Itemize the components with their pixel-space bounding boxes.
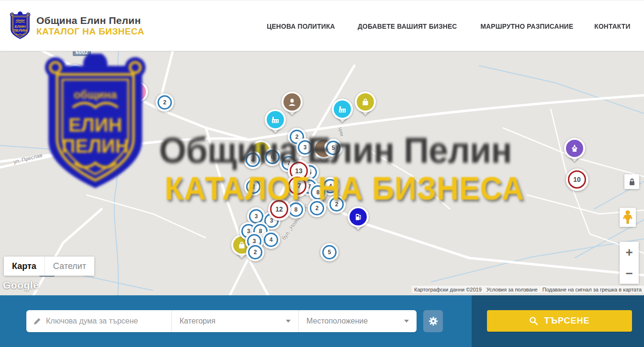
crest-name2-text: ПЕЛИН xyxy=(13,28,27,33)
cluster-count: 5 xyxy=(326,141,340,155)
map-pin-worker-marker[interactable] xyxy=(282,91,303,112)
zoom-control: + − xyxy=(620,242,639,284)
cluster-count: 2 xyxy=(158,95,172,110)
map-cluster-marker[interactable]: 2 xyxy=(246,243,264,261)
pencil-icon xyxy=(33,317,41,325)
fullscreen-lock-button[interactable] xyxy=(624,174,639,189)
municipality-crest-icon: община ЕЛИН ПЕЛИН xyxy=(10,11,31,40)
cluster-count: 8 xyxy=(289,202,303,217)
worker-icon xyxy=(288,98,296,106)
cluster-count: 6 xyxy=(265,150,280,164)
search-button[interactable]: ТЪРСЕНЕ xyxy=(487,310,632,332)
pin-circle xyxy=(348,206,369,227)
cluster-count: 5 xyxy=(322,245,337,259)
map-cluster-marker[interactable]: 2 xyxy=(328,195,346,213)
map-pin-factory-marker[interactable] xyxy=(332,99,353,120)
main-nav: ЦЕНОВА ПОЛИТИКА ДОБАВЕТЕ ВАШИЯТ БИЗНЕС М… xyxy=(264,0,632,52)
cluster-count: 4 xyxy=(264,233,278,247)
cluster-count: 10 xyxy=(568,170,586,189)
factory-icon xyxy=(271,115,280,124)
map-cluster-marker[interactable]: 2 xyxy=(82,78,100,96)
map-cluster-marker[interactable]: 2 xyxy=(244,178,262,196)
pin-circle xyxy=(564,138,585,159)
keyword-field[interactable] xyxy=(26,310,171,332)
pin-circle xyxy=(65,64,86,85)
crest-name1-text: ЕЛИН xyxy=(15,24,26,28)
map-cluster-marker[interactable]: 27 xyxy=(286,175,309,197)
church-icon xyxy=(570,144,579,153)
nav-contacts-link[interactable]: КОНТАКТИ xyxy=(594,22,630,30)
pin-circle xyxy=(332,99,353,120)
map-cluster-marker[interactable]: 4 xyxy=(244,151,262,169)
map-cluster-marker[interactable]: 12 xyxy=(268,198,291,221)
pin-circle xyxy=(355,91,376,112)
google-logo[interactable]: Google xyxy=(3,280,39,291)
pin-circle xyxy=(282,91,303,112)
brand-title: Община Елин Пелин xyxy=(36,15,144,26)
factory-icon xyxy=(71,70,79,79)
pegman-icon xyxy=(623,210,633,224)
category-dropdown-label: Категория xyxy=(180,317,215,325)
attribution-copyright: Картографски данни ©2019 xyxy=(412,287,484,292)
cluster-count: 12 xyxy=(270,200,288,218)
location-dropdown[interactable]: Местоположение xyxy=(298,310,417,332)
cluster-count: 3 xyxy=(298,140,312,155)
map-pin-church-marker[interactable] xyxy=(564,138,585,159)
cluster-count: 2 xyxy=(248,245,262,259)
crest-top-text: община xyxy=(16,18,25,21)
search-panel: Категория Местоположение xyxy=(0,295,644,347)
map-type-satellite-button[interactable]: Сателит xyxy=(45,257,94,276)
location-dropdown-label: Местоположение xyxy=(306,317,368,325)
map-canvas[interactable]: 6002105ул. Преславбул. „Новоселци"ции 32… xyxy=(0,51,644,295)
cluster-count: 2 xyxy=(84,80,98,94)
lock-icon xyxy=(629,178,635,186)
factory-icon xyxy=(338,105,347,113)
attribution-terms-link[interactable]: Условия за ползване xyxy=(484,287,540,292)
map-cluster-marker[interactable]: 5 xyxy=(320,243,339,261)
map-cluster-marker[interactable]: 4 xyxy=(262,231,280,249)
road-number-badge: 6002 xyxy=(73,51,91,56)
attribution-report-error-link[interactable]: Подаване на сигнал за грешка в картата xyxy=(540,287,644,292)
map-pin-fuel-marker[interactable] xyxy=(348,206,369,227)
map-pin-bag-marker[interactable] xyxy=(355,91,376,112)
brand-subtitle: КАТАЛОГ НА БИЗНЕСА xyxy=(36,26,144,37)
map-type-control: Карта Сателит xyxy=(4,257,94,276)
search-button-label: ТЪРСЕНЕ xyxy=(544,316,589,326)
cluster-count: 4 xyxy=(246,153,260,167)
chevron-down-icon xyxy=(286,320,291,323)
cluster-count: 8 xyxy=(311,185,325,200)
zoom-out-button[interactable]: − xyxy=(620,263,639,284)
keyword-input[interactable] xyxy=(46,317,167,325)
search-icon xyxy=(529,316,538,325)
map-cluster-marker[interactable]: 3 xyxy=(296,138,314,157)
cluster-count: 2 xyxy=(329,197,344,212)
cluster-count: 27 xyxy=(288,177,306,195)
bag-icon xyxy=(361,98,370,106)
map-cluster-marker[interactable]: 10 xyxy=(566,168,588,191)
gear-icon xyxy=(428,316,439,326)
advanced-settings-button[interactable] xyxy=(423,310,443,332)
map-cluster-marker[interactable]: 12 xyxy=(116,73,139,95)
cluster-count: 2 xyxy=(246,179,260,194)
nav-add-business-link[interactable]: ДОБАВЕТЕ ВАШИЯТ БИЗНЕС xyxy=(358,22,457,30)
zoom-in-button[interactable]: + xyxy=(620,242,639,263)
map-cluster-marker[interactable]: 5 xyxy=(324,139,342,157)
search-fields: Категория Местоположение xyxy=(26,310,417,332)
map-type-map-button[interactable]: Карта xyxy=(4,257,45,276)
street-view-pegman[interactable] xyxy=(620,208,636,227)
category-dropdown[interactable]: Категория xyxy=(171,310,298,332)
map-attribution: Картографски данни ©2019 Условия за полз… xyxy=(412,286,644,293)
nav-route-schedule-link[interactable]: МАРШРУТНО РАЗПИСАНИЕ xyxy=(481,22,574,30)
site-logo[interactable]: община ЕЛИН ПЕЛИН Община Елин Пелин КАТА… xyxy=(10,11,144,40)
map-pin-factory-marker[interactable] xyxy=(65,64,86,85)
fuel-icon xyxy=(354,213,362,221)
map-cluster-marker[interactable]: 2 xyxy=(156,93,174,112)
header: община ЕЛИН ПЕЛИН Община Елин Пелин КАТА… xyxy=(0,0,644,51)
map-cluster-marker[interactable]: 2 xyxy=(308,199,326,217)
map-cluster-marker[interactable]: 6 xyxy=(263,148,282,166)
cluster-count: 2 xyxy=(310,201,324,215)
chevron-down-icon xyxy=(404,320,409,323)
cluster-count: 3 xyxy=(249,209,263,224)
cluster-count: 12 xyxy=(118,75,136,93)
nav-pricing-link[interactable]: ЦЕНОВА ПОЛИТИКА xyxy=(267,22,335,30)
